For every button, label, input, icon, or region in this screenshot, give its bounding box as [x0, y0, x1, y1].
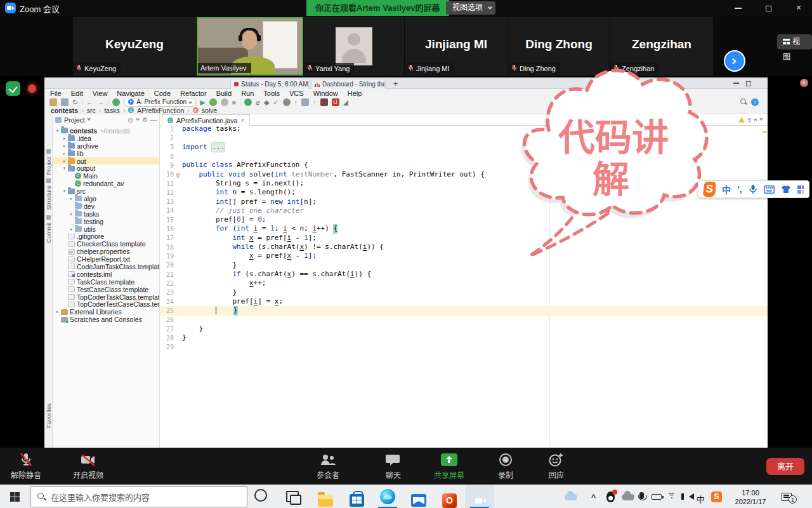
tree-item-external-libraries[interactable]: ▸External Libraries	[53, 308, 159, 316]
code-line[interactable]: 16 for (int i = 1; i < n; i++) {	[160, 224, 768, 233]
mail-button[interactable]	[411, 489, 427, 505]
tree-chevron[interactable]: ▸	[62, 151, 67, 156]
tree-chevron[interactable]: ▸	[62, 159, 67, 164]
tree-chevron[interactable]: ▾	[55, 128, 60, 133]
code-line[interactable]: 28}	[160, 333, 768, 342]
code-line[interactable]: 27 }	[160, 324, 768, 333]
participant-tile[interactable]: Jinjiang MIJinjiang MI	[405, 17, 508, 76]
tree-chevron[interactable]: ▸	[69, 227, 74, 232]
code-line[interactable]: 9public class APrefixFunction {	[160, 161, 768, 170]
menu-edit[interactable]: Edit	[71, 90, 83, 97]
tree-item-utils[interactable]: ▸utils	[53, 225, 159, 233]
edge-button[interactable]	[380, 489, 396, 505]
minimize-button[interactable]	[727, 0, 749, 16]
battery-icon[interactable]	[652, 494, 662, 500]
tree-item-redundant-av[interactable]: Credundant_av	[53, 180, 159, 187]
menu-code[interactable]: Code	[154, 90, 171, 97]
code-editor[interactable]: 1package tasks;23import ...89public clas…	[160, 124, 768, 448]
breadcrumb-item[interactable]: tasks	[104, 107, 120, 114]
save-icon[interactable]	[61, 98, 69, 106]
code-line[interactable]: 8	[160, 152, 768, 161]
new-tab-button[interactable]: +	[393, 79, 398, 88]
tool-window-button-project[interactable]: Project	[45, 156, 52, 175]
open-icon[interactable]	[49, 98, 57, 106]
wifi-icon[interactable]	[667, 493, 678, 501]
tray-microphone-icon[interactable]	[639, 492, 644, 499]
start-button[interactable]	[0, 485, 30, 508]
code-line[interactable]: 22 x++;	[160, 279, 768, 288]
build-hammer-icon[interactable]	[112, 98, 120, 106]
plugin-icon[interactable]	[320, 98, 328, 106]
ime-toolbar[interactable]: S 中 ’,	[698, 180, 809, 198]
toolbox-grid-icon[interactable]	[797, 185, 804, 194]
tree-item-contests[interactable]: ▾contests~/contests	[53, 127, 159, 135]
code-line[interactable]: 21 if (s.charAt(x) == s.charAt(i)) {	[160, 270, 768, 279]
tree-item-chelperreport-txt[interactable]: CHelperReport.txt	[53, 255, 159, 263]
menu-tools[interactable]: Tools	[263, 90, 280, 97]
tree-item--idea[interactable]: ▸.idea	[53, 135, 159, 142]
participant-tile[interactable]: KeyuZengKeyuZeng	[73, 17, 196, 76]
project-panel-title[interactable]: Project	[64, 116, 85, 124]
start-video-button[interactable]: 开启视频	[67, 452, 109, 480]
tag-icon[interactable]: ◆	[264, 98, 269, 106]
onedrive-icon[interactable]	[565, 494, 577, 500]
keyboard-icon[interactable]	[764, 185, 775, 194]
tree-item-algo[interactable]: ▸algo	[53, 195, 159, 203]
tree-item-out[interactable]: ▸out	[53, 157, 159, 165]
participant-tile[interactable]: ZengzihanZengzihan	[610, 17, 713, 76]
share-screen-button[interactable]: 共享屏幕	[428, 452, 471, 480]
tool-window-button-favorites[interactable]: Favorites	[45, 403, 52, 428]
browser-tab-status[interactable]: Status - Day 5, 8:00 AM, Winte ×	[230, 79, 309, 89]
update-project-icon[interactable]	[244, 98, 252, 106]
code-line[interactable]: 1package tasks;	[160, 124, 768, 133]
back-icon[interactable]: ←	[86, 98, 93, 106]
tree-item-output[interactable]: ▾output	[53, 164, 159, 172]
u-badge-icon[interactable]: U	[332, 98, 339, 106]
tree-item-testing[interactable]: testing	[53, 218, 159, 225]
code-line[interactable]: 10@ public void solve(int testNumber, Fa…	[160, 170, 768, 179]
scroll-to-top-icon[interactable]: ↑	[751, 98, 759, 106]
tree-chevron[interactable]: ▾	[62, 166, 67, 171]
tree-item-tasks[interactable]: ▸tasks	[53, 210, 159, 218]
taskbar-search-input[interactable]: 在这里输入你要搜索的内容	[30, 486, 247, 507]
task-view-button[interactable]	[286, 489, 302, 505]
tree-item-chelper-properties[interactable]: chelper.properties	[53, 248, 159, 255]
erase-icon[interactable]: ◢	[343, 98, 348, 106]
debug-icon[interactable]	[209, 98, 217, 106]
rollback-icon[interactable]: ⌀	[256, 98, 260, 106]
run-icon[interactable]: ▶	[200, 98, 205, 106]
code-line[interactable]: 20 }	[160, 261, 768, 270]
code-line[interactable]: 17 int x = pref[i - 1];	[160, 234, 768, 243]
tree-item-main[interactable]: CMain	[53, 172, 159, 180]
prev-warning-icon[interactable]	[754, 118, 757, 122]
view-options-button[interactable]: 视图选项	[446, 1, 495, 15]
commit-check-icon[interactable]: ✓	[273, 98, 278, 106]
tree-chevron[interactable]: ▸	[69, 211, 74, 217]
window-maximize-icon[interactable]	[746, 79, 751, 87]
sogou-tray-icon[interactable]: S	[711, 491, 722, 502]
locate-icon[interactable]: ◎	[128, 116, 133, 123]
tool-window-button-structure[interactable]: Structure	[45, 185, 52, 210]
code-line[interactable]: 11 String s = in.next();	[160, 179, 768, 188]
next-warning-icon[interactable]	[759, 117, 763, 121]
code-line[interactable]: 23 }	[160, 288, 768, 297]
tray-expand-chevron[interactable]: ^	[591, 493, 596, 502]
browser-tab-dashboard[interactable]: Dashboard - String theory, Su ×	[311, 79, 386, 89]
code-line[interactable]: 24 pref[i] = x;	[160, 297, 768, 306]
code-line[interactable]: 14 // just one character	[160, 206, 768, 215]
tree-item-testcaseclass-template[interactable]: TestCaseClass.template	[53, 286, 159, 293]
code-line[interactable]: 19 x = pref[x - 1];	[160, 251, 768, 260]
leave-button[interactable]: 离开	[766, 458, 804, 475]
settings-gear-icon[interactable]	[283, 98, 291, 106]
tree-item-src[interactable]: ▾src	[53, 187, 159, 195]
participant-tile[interactable]: Ding ZhongDing Zhong	[508, 17, 610, 76]
zoom-taskbar-button[interactable]	[472, 489, 488, 505]
qq-icon[interactable]	[606, 491, 615, 502]
tool-window-button-commit[interactable]: Commit	[45, 222, 52, 243]
store-button[interactable]	[350, 489, 365, 505]
security-shield-icon[interactable]	[6, 81, 20, 96]
menu-navigate[interactable]: Navigate	[117, 90, 144, 97]
punctuation-icon[interactable]: ’,	[737, 184, 742, 194]
chat-button[interactable]: 聊天	[376, 452, 411, 480]
expand-all-icon[interactable]: ≡	[136, 116, 140, 123]
